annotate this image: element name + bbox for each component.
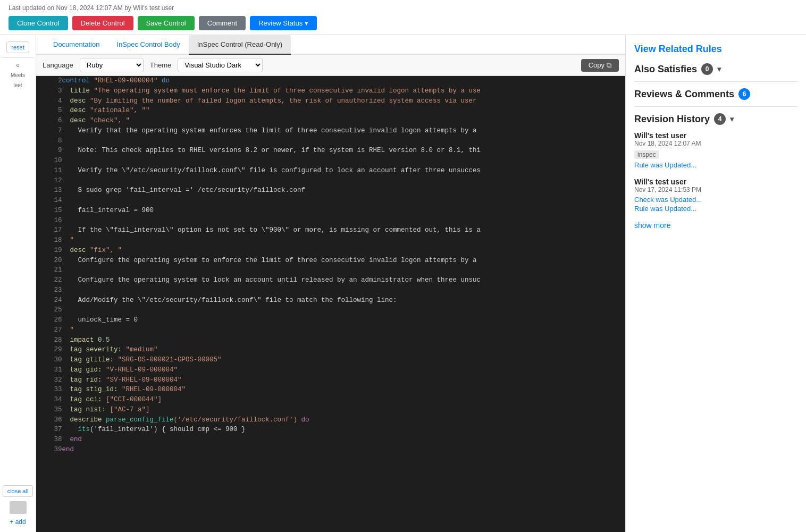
table-row: 28 impact 0.5 [36, 335, 625, 345]
copy-button[interactable]: Copy ⧉ [581, 59, 619, 72]
revision-history-heading: Revision History 4 ▾ [634, 113, 797, 125]
code-token: Verify the \"/etc/security/faillock.conf… [62, 167, 481, 174]
code-token: Configure the operating system to enforc… [62, 257, 476, 264]
line-code: desc "rationale", "" [62, 106, 625, 116]
copy-icon: ⧉ [607, 61, 611, 70]
line-number: 5 [36, 106, 62, 116]
table-row: 18 " [36, 235, 625, 246]
line-code: Verify that the operating system enforce… [62, 126, 625, 136]
sidebar-label-meets: Meets [11, 72, 25, 78]
line-code [62, 136, 625, 146]
line-code: " [62, 235, 625, 246]
line-code [62, 176, 625, 186]
table-row: 35 tag nist: ["AC-7 a"] [36, 405, 625, 415]
revision-change-1-0[interactable]: Check was Updated... [634, 196, 797, 204]
line-code [62, 216, 625, 226]
code-token: fail_interval = 900 [62, 207, 154, 214]
code-token: end [62, 446, 74, 453]
code-token: Configure the operating system to lock a… [62, 276, 481, 284]
line-code: desc "fix", " [62, 246, 625, 256]
last-updated-text: Last updated on Nov 18, 2024 12:07 AM by… [9, 4, 797, 12]
table-row: 15 fail_interval = 900 [36, 206, 625, 216]
comment-button[interactable]: Comment [199, 16, 246, 30]
code-token: Note: This check applies to RHEL version… [62, 147, 481, 154]
code-token: "medium" [125, 346, 157, 353]
show-more-button[interactable]: show more [634, 221, 797, 230]
code-token: desc [62, 107, 90, 114]
close-all-button[interactable]: close all [3, 485, 33, 497]
line-code: title "The operating system must enforce… [62, 86, 625, 96]
revision-date-1: Nov 17, 2024 11:53 PM [634, 186, 797, 193]
view-related-rules-link[interactable]: View Related Rules [634, 44, 797, 55]
code-token: "RHEL-09-000004" [122, 386, 186, 393]
action-buttons-bar: Clone Control Delete Control Save Contro… [9, 16, 797, 30]
code-token: "By limiting the number of failed logon … [90, 97, 477, 105]
review-status-label: Review Status [258, 19, 303, 27]
delete-control-button[interactable]: Delete Control [72, 16, 133, 30]
table-row: 30 tag gtitle: "SRG-OS-000021-GPOS-00005… [36, 355, 625, 365]
line-number: 17 [36, 225, 62, 235]
table-row: 16 [36, 216, 625, 226]
code-token: "SRG-OS-000021-GPOS-00005" [117, 356, 221, 364]
language-select[interactable]: Ruby [80, 58, 144, 72]
table-row: 7 Verify that the operating system enfor… [36, 126, 625, 136]
code-token: unlock_time = 0 [62, 316, 138, 324]
code-token: control [62, 77, 94, 85]
code-token: "V-RHEL-09-000004" [106, 366, 178, 374]
table-row: 31 tag gid: "V-RHEL-09-000004" [36, 365, 625, 375]
line-number: 33 [36, 385, 62, 395]
tab-bar: Documentation InSpec Control Body InSpec… [36, 35, 625, 55]
also-satisfies-title: Also Satisfies [634, 64, 697, 75]
line-number: 25 [36, 305, 62, 315]
code-panel: Documentation InSpec Control Body InSpec… [36, 35, 625, 532]
line-code [62, 305, 625, 315]
line-number: 20 [36, 256, 62, 266]
code-token: ('fail_interval') { should cmp <= 900 } [90, 426, 246, 433]
line-code [62, 156, 625, 166]
tab-documentation[interactable]: Documentation [45, 35, 108, 55]
reset-button[interactable]: reset [6, 41, 29, 53]
line-code [62, 196, 625, 206]
code-token: $ sudo grep 'fail_interval =' /etc/secur… [62, 187, 305, 194]
tab-inspec-body[interactable]: InSpec Control Body [108, 35, 188, 55]
left-sidebar: reset e Meets leet close all + add [0, 35, 36, 532]
line-number: 31 [36, 365, 62, 375]
code-token: Add/Modify the \"/etc/security/faillock.… [62, 297, 397, 304]
line-code: " [62, 325, 625, 335]
revision-change-0-0[interactable]: Rule was Updated... [634, 161, 797, 169]
line-number: 21 [36, 265, 62, 275]
table-row: 10 [36, 156, 625, 166]
line-code: end [62, 435, 625, 445]
table-row: 8 [36, 136, 625, 146]
code-editor[interactable]: 2control "RHEL-09-000004" do3 title "The… [36, 76, 625, 532]
save-control-button[interactable]: Save Control [138, 16, 195, 30]
line-code [62, 285, 625, 295]
line-code: Configure the operating system to lock a… [62, 275, 625, 285]
revision-change-1-1[interactable]: Rule was Updated... [634, 205, 797, 213]
code-token: tag cci: [62, 396, 106, 403]
clone-control-button[interactable]: Clone Control [9, 16, 68, 30]
also-satisfies-caret[interactable]: ▾ [717, 65, 721, 73]
table-row: 19 desc "fix", " [36, 246, 625, 256]
code-token: desc [62, 117, 90, 124]
table-row: 32 tag rid: "SV-RHEL-09-000004" [36, 375, 625, 385]
code-token: its [62, 426, 90, 433]
review-status-button[interactable]: Review Status ▾ [250, 16, 317, 30]
line-code: end [62, 445, 625, 455]
tab-inspec-readonly[interactable]: InSpec Control (Read-Only) [189, 35, 291, 55]
line-code: its('fail_interval') { should cmp <= 900… [62, 425, 625, 435]
theme-select[interactable]: Visual Studio Dark [178, 58, 263, 72]
table-row: 39end [36, 445, 625, 455]
revision-history-caret[interactable]: ▾ [730, 115, 734, 123]
theme-label: Theme [150, 61, 171, 69]
line-code: fail_interval = 900 [62, 206, 625, 216]
code-token: If the \"fail_interval\" option is not s… [62, 226, 481, 234]
table-row: 2control "RHEL-09-000004" do [36, 76, 625, 86]
table-row: 12 [36, 176, 625, 186]
line-code: desc "check", " [62, 116, 625, 126]
table-row: 27 " [36, 325, 625, 335]
line-code: Add/Modify the \"/etc/security/faillock.… [62, 295, 625, 306]
code-token: "fix", " [90, 247, 122, 254]
add-button[interactable]: + add [10, 518, 26, 526]
revision-history-title: Revision History [634, 114, 710, 125]
